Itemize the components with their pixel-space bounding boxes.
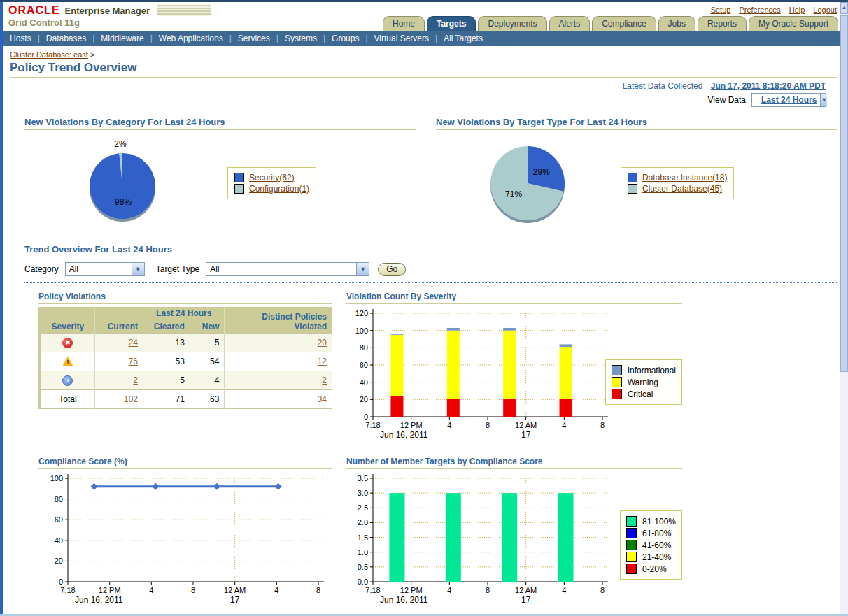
cell-cleared: 13: [143, 334, 190, 352]
legend-swatch: [626, 528, 637, 538]
member-targets-section: Number of Member Targets by Compliance S…: [346, 457, 682, 610]
cell-distinct: 2: [225, 371, 332, 390]
legend-swatch: [234, 184, 244, 194]
distinct-link[interactable]: 20: [318, 338, 327, 348]
svg-text:8: 8: [486, 421, 490, 429]
view-data-select[interactable]: Last 24 Hours ▼: [751, 93, 826, 107]
dropdown-arrow-icon[interactable]: ▼: [356, 263, 369, 275]
tab-jobs[interactable]: Jobs: [658, 16, 695, 31]
subnav-item-groups[interactable]: Groups: [332, 34, 359, 43]
distinct-link[interactable]: 2: [322, 375, 327, 385]
tab-alerts[interactable]: Alerts: [549, 16, 591, 31]
subnav-item-web-applications[interactable]: Web Applications: [159, 34, 223, 43]
quick-link-setup[interactable]: Setup: [711, 6, 731, 14]
page-title: Policy Trend Overview: [10, 61, 837, 78]
tab-home[interactable]: Home: [383, 16, 425, 31]
latest-data-block: Latest Data Collected Jun 17, 2011 8:18:…: [10, 80, 826, 107]
legend-item: 21-40%: [626, 552, 676, 562]
legend-label: 21-40%: [642, 552, 671, 562]
tab-reports[interactable]: Reports: [698, 16, 747, 31]
table-row-info: i2542: [40, 371, 332, 390]
page-content: Cluster Database: east > Policy Trend Ov…: [0, 50, 848, 610]
subnav-item-middleware[interactable]: Middleware: [101, 34, 143, 43]
legend-label: 81-100%: [642, 517, 676, 527]
quick-link-help[interactable]: Help: [789, 6, 805, 14]
tab-targets[interactable]: Targets: [427, 16, 476, 31]
violation-count-chart: InformationalWarningCritical020406080100…: [346, 306, 682, 445]
legend-link[interactable]: Configuration(1): [249, 184, 309, 194]
target-type-select[interactable]: All ▼: [206, 262, 369, 276]
dropdown-arrow-icon[interactable]: ▼: [820, 94, 827, 106]
tab-my-oracle-support[interactable]: My Oracle Support: [749, 16, 838, 31]
svg-text:4: 4: [447, 586, 451, 594]
svg-text:40: 40: [55, 536, 63, 545]
chart-title: Compliance Score (%): [38, 457, 332, 469]
vertical-scrollbar[interactable]: ▲: [840, 2, 848, 614]
scrollbar-thumb[interactable]: [840, 15, 848, 372]
svg-text:98%: 98%: [115, 197, 132, 207]
subnav-item-services[interactable]: Services: [238, 34, 270, 43]
current-link[interactable]: 24: [129, 338, 138, 348]
quick-link-preferences[interactable]: Preferences: [739, 6, 780, 14]
breadcrumb: Cluster Database: east >: [10, 50, 837, 59]
legend-item: Security(62): [234, 173, 309, 182]
subnav-separator: |: [223, 34, 238, 43]
quick-link-logout[interactable]: Logout: [813, 6, 837, 14]
target-type-pie-chart: 29%71%: [436, 133, 618, 233]
legend-link[interactable]: Database Instance(18): [642, 173, 727, 182]
col-header-new: New: [190, 320, 225, 334]
svg-text:12 PM: 12 PM: [400, 586, 423, 594]
dropdown-arrow-icon[interactable]: ▼: [132, 263, 144, 275]
go-button[interactable]: Go: [378, 263, 406, 276]
category-select[interactable]: All ▼: [65, 262, 145, 276]
subnav-item-all-targets[interactable]: All Targets: [444, 34, 483, 43]
total-label: Total: [40, 390, 94, 409]
tab-compliance[interactable]: Compliance: [592, 16, 656, 31]
col-header-cleared: Cleared: [143, 320, 190, 334]
legend-link[interactable]: Cluster Database(45): [642, 184, 722, 194]
cell-new: 5: [190, 334, 225, 352]
svg-text:80: 80: [360, 343, 368, 352]
legend-label: 61-80%: [642, 529, 671, 538]
legend-item: Configuration(1): [234, 184, 309, 194]
svg-text:100: 100: [355, 327, 368, 335]
tab-deployments[interactable]: Deployments: [478, 16, 546, 31]
cell-new: 63: [190, 390, 225, 409]
chart-legend: 81-100%61-80%41-60%21-40%0-20%: [620, 510, 682, 580]
legend-item: Cluster Database(45): [628, 184, 727, 194]
category-pie-chart: 98%2%: [24, 133, 199, 233]
svg-text:12 PM: 12 PM: [99, 586, 121, 594]
current-link[interactable]: 2: [133, 375, 138, 385]
legend-item: Informational: [612, 365, 676, 375]
svg-text:0.0: 0.0: [358, 578, 368, 586]
legend-label: 41-60%: [642, 540, 671, 550]
window-left-border: [0, 2, 3, 614]
svg-text:80: 80: [55, 495, 63, 503]
subnav-item-virtual-servers[interactable]: Virtual Servers: [374, 34, 429, 43]
legend-swatch: [626, 516, 637, 527]
svg-text:4: 4: [562, 421, 566, 429]
compliance-score-chart: 0204060801007:1812 PM4812 AM48Jun 16, 20…: [38, 471, 332, 610]
svg-text:17: 17: [521, 430, 531, 440]
current-link[interactable]: 76: [129, 357, 138, 366]
current-link[interactable]: 102: [124, 394, 138, 404]
distinct-link[interactable]: 12: [318, 357, 327, 366]
svg-text:120: 120: [355, 309, 368, 317]
breadcrumb-separator: >: [90, 50, 94, 59]
breadcrumb-link[interactable]: Cluster Database: east: [10, 50, 88, 59]
svg-text:12 AM: 12 AM: [515, 586, 537, 594]
svg-text:20: 20: [55, 557, 63, 565]
subnav-item-systems[interactable]: Systems: [285, 34, 317, 43]
brand-suffix: Enterprise Manager: [65, 6, 150, 16]
scroll-up-arrow-icon[interactable]: ▲: [840, 2, 848, 14]
legend-link[interactable]: Security(62): [249, 173, 295, 182]
subnav-item-databases[interactable]: Databases: [46, 34, 86, 43]
svg-text:1.5: 1.5: [358, 533, 368, 542]
violations-by-category-section: New Violations By Category For Last 24 H…: [24, 117, 416, 233]
distinct-link[interactable]: 34: [318, 394, 327, 404]
svg-text:2%: 2%: [114, 139, 127, 149]
subnav-item-hosts[interactable]: Hosts: [10, 34, 31, 43]
chart-title: Violation Count By Severity: [346, 292, 682, 304]
view-data-value: Last 24 Hours: [758, 94, 820, 106]
svg-text:Jun 16, 2011: Jun 16, 2011: [380, 595, 428, 605]
